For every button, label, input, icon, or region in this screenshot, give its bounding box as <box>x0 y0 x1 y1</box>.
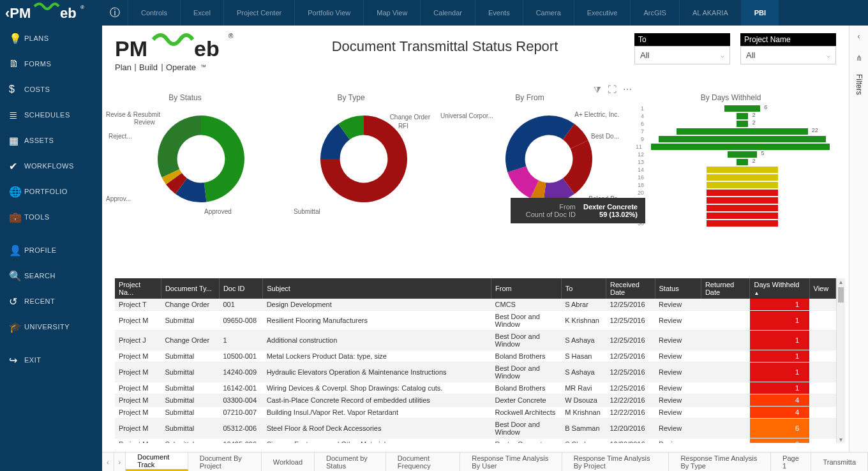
column-header[interactable]: Status <box>655 278 701 299</box>
view-icon[interactable] <box>809 419 835 438</box>
sidebar-item-exit[interactable]: ↪ EXIT <box>0 347 102 373</box>
table-row[interactable]: Project MSubmittal16142-001Wiring Device… <box>115 382 836 394</box>
column-header[interactable]: Document Ty... <box>161 278 219 299</box>
slicer-value[interactable]: All ⌵ <box>740 46 836 64</box>
top-tab[interactable]: Project Center <box>223 0 294 26</box>
view-icon[interactable] <box>809 311 835 331</box>
view-icon[interactable] <box>809 407 835 419</box>
scroll-thumb[interactable] <box>838 287 844 303</box>
table-row[interactable]: Project MSubmittal05312-006Steel Floor &… <box>115 419 836 438</box>
view-icon[interactable] <box>809 363 835 382</box>
table-cell <box>701 394 750 407</box>
top-tab[interactable]: Calendar <box>420 0 475 26</box>
table-cell: CMCS <box>491 299 562 311</box>
slicer-value[interactable]: All ⌵ <box>634 46 730 64</box>
column-header[interactable]: Doc ID <box>219 278 262 299</box>
svg-text:®: ® <box>228 33 234 40</box>
table-cell: Design Development <box>263 299 491 311</box>
sidebar-item[interactable]: 🌐PORTFOLIO <box>0 179 102 204</box>
column-header[interactable]: Project Na... <box>115 278 161 299</box>
filters-pane-toggle[interactable]: ‹ ⋔ Filters <box>849 26 868 471</box>
sidebar-item-label: TOOLS <box>24 213 50 221</box>
page-tab[interactable]: Document Frequency <box>386 452 460 471</box>
table-row[interactable]: Project MSubmittal03300-004Cast-in-Place… <box>115 394 836 407</box>
slicer-to[interactable]: To All ⌵ <box>634 33 730 64</box>
view-icon[interactable] <box>809 438 835 444</box>
chevron-down-icon: ⌵ <box>827 52 830 59</box>
sidebar-item[interactable]: ≣SCHEDULES <box>0 102 102 128</box>
table-row[interactable]: Project JChange Order1Additional constru… <box>115 331 836 350</box>
page-tab[interactable]: Page 1 <box>771 452 811 471</box>
bar-row: 9 <box>632 135 830 143</box>
page-tab[interactable]: Document Track <box>126 452 188 471</box>
top-tab[interactable]: AL AKARIA <box>679 0 741 26</box>
top-tab[interactable]: Events <box>475 0 523 26</box>
view-icon[interactable] <box>809 350 835 363</box>
sidebar-item[interactable]: ↺RECENT <box>0 288 102 314</box>
tab-nav-prev[interactable]: ‹ <box>102 452 114 471</box>
sidebar-item[interactable]: $COSTS <box>0 77 102 102</box>
top-tab[interactable]: Map View <box>363 0 420 26</box>
sidebar-item[interactable]: 🎓UNIVERSITY <box>0 314 102 340</box>
sidebar-item-label: PROFILE <box>24 246 57 254</box>
view-icon[interactable] <box>809 331 835 350</box>
sidebar-item[interactable]: 👤PROFILE <box>0 237 102 263</box>
column-header[interactable]: View <box>809 278 835 299</box>
table-cell: Submittal <box>161 394 219 407</box>
view-icon[interactable] <box>809 394 835 407</box>
table-cell: S Hasan <box>561 350 606 363</box>
info-icon[interactable]: ⓘ <box>102 6 128 20</box>
top-tab[interactable]: Executive <box>574 0 631 26</box>
bar-row: 28 <box>632 212 830 220</box>
column-header[interactable]: From <box>491 278 562 299</box>
sidebar-item[interactable]: 🗎FORMS <box>0 51 102 77</box>
tab-nav-next[interactable]: › <box>114 452 126 471</box>
page-tab[interactable]: Document By Project <box>188 452 262 471</box>
top-tab[interactable]: ArcGIS <box>630 0 678 26</box>
page-tab[interactable]: Response Time Analysis By Type <box>669 452 771 471</box>
data-table[interactable]: Project Na...Document Ty...Doc IDSubject… <box>115 278 836 443</box>
view-icon[interactable] <box>809 382 835 394</box>
column-header[interactable]: Received Date <box>606 278 655 299</box>
top-tab[interactable]: Controls <box>128 0 180 26</box>
view-icon[interactable] <box>809 299 835 311</box>
sidebar-item[interactable]: 🔍SEARCH <box>0 263 102 288</box>
page-tab[interactable]: Response Time Analysis By User <box>460 452 562 471</box>
top-tab[interactable]: PBI <box>741 0 779 26</box>
top-tab[interactable]: Camera <box>523 0 574 26</box>
column-header[interactable]: Subject <box>263 278 491 299</box>
chart-by-type[interactable]: By Type Change Order RFI Submittal <box>268 93 434 227</box>
table-row[interactable]: Project MSubmittal10425-006Signage Faste… <box>115 438 836 444</box>
column-header[interactable]: To <box>561 278 606 299</box>
table-row[interactable]: Project MSubmittal07210-007Building Insu… <box>115 407 836 419</box>
sidebar-item[interactable]: 💼TOOLS <box>0 204 102 230</box>
chart-by-status[interactable]: By Status Revise & Resubmit Review Rejec… <box>102 93 268 227</box>
column-header[interactable]: Returned Date <box>701 278 750 299</box>
table-cell: 12/22/2016 <box>606 407 655 419</box>
slicer-project[interactable]: Project Name All ⌵ <box>740 33 836 64</box>
sidebar-item[interactable]: 💡PLANS <box>0 26 102 51</box>
brand-logo: PM eb ® Plan Build Operate ™ <box>115 33 255 86</box>
top-tab[interactable]: Excel <box>180 0 223 26</box>
table-row[interactable]: Project MSubmittal10500-001Metal Lockers… <box>115 350 836 363</box>
table-scrollbar[interactable]: ▴ ▾ <box>836 278 845 443</box>
column-header[interactable]: Days Withheld ▲ <box>750 278 809 299</box>
table-cell: 05312-006 <box>219 419 262 438</box>
bar-row: 18 <box>632 181 830 189</box>
page-tab[interactable]: Response Time Analysis By Project <box>562 452 670 471</box>
sidebar-item-label: COSTS <box>24 86 50 93</box>
page-tab[interactable]: Transmitta <box>811 452 868 471</box>
page-tab[interactable]: Workload <box>262 452 315 471</box>
table-cell: 12/25/2016 <box>606 382 655 394</box>
sidebar-item[interactable]: ✔WORKFLOWS <box>0 153 102 179</box>
chart-by-days[interactable]: By Days Withheld 16426272291112513214161… <box>625 93 836 227</box>
top-tab[interactable]: Portfolio View <box>294 0 363 26</box>
table-cell <box>701 311 750 331</box>
sidebar-item[interactable]: ▦ASSETS <box>0 128 102 153</box>
table-row[interactable]: Project TChange Order001Design Developme… <box>115 299 836 311</box>
table-row[interactable]: Project MSubmittal14240-009Hydraulic Ele… <box>115 363 836 382</box>
table-row[interactable]: Project MSubmittal09650-008Resilient Flo… <box>115 311 836 331</box>
page-tab[interactable]: Document by Status <box>315 452 386 471</box>
bar-row: 722 <box>632 128 830 135</box>
filters-collapse-icon: ⋔ <box>849 47 868 69</box>
